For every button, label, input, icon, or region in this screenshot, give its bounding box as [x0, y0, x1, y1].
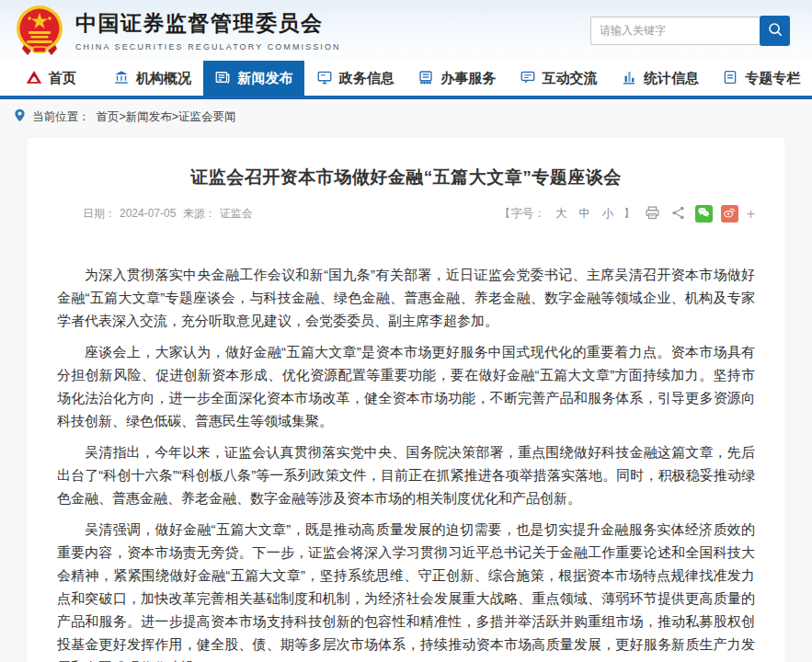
nav-item-gov-info[interactable]: 政务信息 [304, 61, 406, 96]
nav-item-services[interactable]: 办事服务 [406, 61, 508, 96]
chat-bubble-icon [520, 69, 536, 88]
share-icon [670, 205, 686, 223]
site-subtitle: CHINA SECURITIES REGULATORY COMMISSION [75, 42, 341, 51]
weibo-icon [723, 206, 736, 222]
more-share-button[interactable]: + [747, 206, 755, 223]
breadcrumb: 当前位置： 首页>新闻发布>证监会要闻 [0, 99, 812, 134]
article-source: 证监会 [220, 207, 253, 220]
nav-item-about[interactable]: 机构概况 [101, 61, 202, 96]
nav-label: 政务信息 [339, 70, 395, 87]
main-nav: 首页 机构概况 新闻发布 [0, 61, 812, 99]
breadcrumb-label: 当前位置： [32, 109, 90, 125]
share-button[interactable] [669, 205, 687, 223]
article-title: 证监会召开资本市场做好金融“五篇大文章”专题座谈会 [57, 166, 755, 189]
date-label: 日期： [83, 207, 116, 220]
search-icon [767, 21, 783, 40]
article-meta: 日期：2024-07-05 来源：证监会 【字号： 大 中 小 】 [57, 205, 755, 223]
wechat-icon [697, 206, 710, 222]
fontsize-suffix: 】 [623, 206, 635, 222]
search-input[interactable] [590, 17, 760, 45]
fontsize-small-button[interactable]: 小 [600, 206, 616, 222]
search-button[interactable] [760, 16, 790, 46]
article-paragraph: 吴清强调，做好金融“五篇大文章”，既是推动高质量发展的迫切需要，也是切实提升金融… [57, 518, 755, 662]
breadcrumb-path[interactable]: 首页>新闻发布>证监会要闻 [97, 109, 236, 125]
fontsize-large-button[interactable]: 大 [554, 206, 569, 222]
nav-label: 专题专栏 [745, 70, 800, 87]
monitor-icon [316, 69, 333, 88]
printer-icon [645, 205, 660, 223]
document-icon [722, 69, 738, 88]
weibo-share-button[interactable] [721, 205, 738, 223]
service-list-icon [417, 69, 434, 88]
nav-label: 统计信息 [644, 70, 699, 87]
fontsize-prefix: 【字号： [499, 206, 545, 222]
csrc-logo-icon [26, 69, 42, 88]
site-header: 中国证券监督管理委员会 CHINA SECURITIES REGULATORY … [0, 0, 812, 61]
location-pin-icon [14, 108, 26, 125]
nav-item-special-topics[interactable]: 专题专栏 [711, 61, 812, 96]
newspaper-icon [214, 69, 231, 88]
nav-item-interaction[interactable]: 互动交流 [508, 61, 609, 96]
national-emblem-icon [15, 5, 64, 56]
source-label: 来源： [183, 207, 216, 220]
article-toolbar: 【字号： 大 中 小 】 [499, 205, 755, 223]
nav-item-news[interactable]: 新闻发布 [203, 61, 304, 96]
site-search [590, 16, 790, 46]
article-body: 为深入贯彻落实中央金融工作会议和新“国九条”有关部署，近日证监会党委书记、主席吴… [57, 263, 755, 662]
article-card: 证监会召开资本市场做好金融“五篇大文章”专题座谈会 日期：2024-07-05 … [28, 138, 784, 662]
article-date: 2024-07-05 [120, 207, 176, 220]
fontsize-medium-button[interactable]: 中 [577, 206, 592, 222]
nav-label: 新闻发布 [237, 70, 292, 87]
article-paragraph: 为深入贯彻落实中央金融工作会议和新“国九条”有关部署，近日证监会党委书记、主席吴… [57, 263, 755, 332]
article-meta-left: 日期：2024-07-05 来源：证监会 [83, 206, 257, 222]
bank-icon [113, 69, 130, 88]
article-paragraph: 吴清指出，今年以来，证监会认真贯彻落实党中央、国务院决策部署，重点围绕做好科技金… [57, 440, 755, 509]
nav-label: 办事服务 [440, 70, 496, 87]
bar-chart-icon [621, 69, 637, 88]
wechat-share-button[interactable] [695, 205, 713, 223]
nav-label: 机构概况 [136, 70, 191, 87]
print-button[interactable] [644, 205, 661, 223]
article-paragraph: 座谈会上，大家认为，做好金融“五篇大文章”是资本市场更好服务中国式现代化的重要着… [57, 340, 755, 432]
site-title-block: 中国证券监督管理委员会 CHINA SECURITIES REGULATORY … [75, 9, 341, 51]
nav-item-home[interactable]: 首页 [0, 61, 101, 96]
nav-label: 互动交流 [543, 70, 598, 87]
nav-label: 首页 [49, 70, 76, 87]
nav-item-statistics[interactable]: 统计信息 [609, 61, 710, 96]
site-title: 中国证券监督管理委员会 [75, 9, 341, 38]
